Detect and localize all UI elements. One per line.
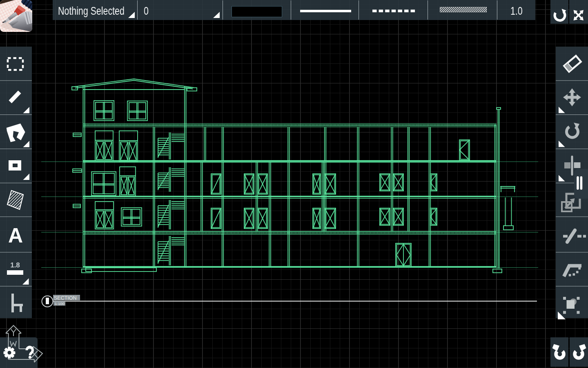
svg-text:1.8: 1.8: [10, 261, 20, 269]
svg-text:A: A: [8, 224, 23, 247]
